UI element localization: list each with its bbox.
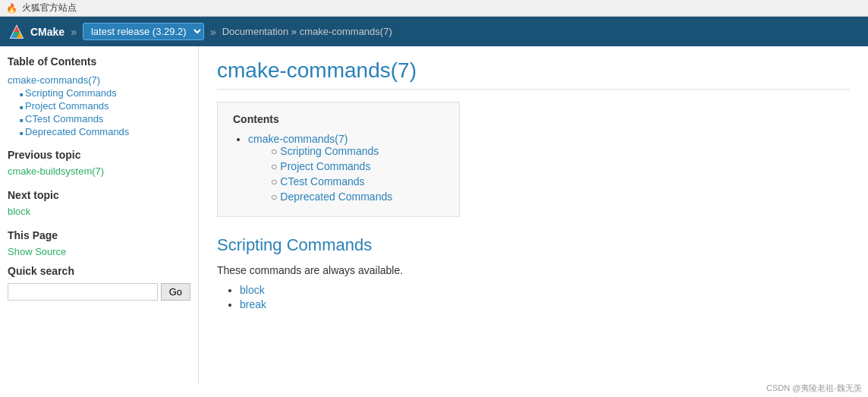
search-input[interactable] [8, 283, 158, 301]
breadcrumb: Documentation » cmake-commands(7) [222, 26, 392, 37]
quick-search-area: Quick search Go [8, 265, 190, 301]
main-layout: Table of Contents cmake-commands(7) Scri… [0, 46, 868, 384]
search-row: Go [8, 283, 190, 301]
cmake-label: CMake [30, 26, 64, 38]
contents-heading: Contents [233, 113, 444, 125]
toc-project-commands[interactable]: Project Commands [20, 99, 190, 112]
contents-sub-ctest: CTest Commands [271, 175, 444, 187]
cmd-break-link[interactable]: break [240, 298, 266, 310]
version-select[interactable]: latest release (3.29.2) [83, 23, 204, 40]
toc-deprecated-commands[interactable]: Deprecated Commands [20, 125, 190, 138]
contents-ctest-link[interactable]: CTest Commands [280, 175, 364, 187]
firefox-icon: 🔥 [6, 3, 17, 14]
show-source-link[interactable]: Show Source [8, 244, 190, 259]
toc-ctest-commands[interactable]: CTest Commands [20, 112, 190, 125]
watermark: CSDN @夷陵老祖-魏无羡 [766, 383, 862, 384]
nav-separator-1: » [71, 26, 77, 38]
cmd-block-link[interactable]: block [240, 284, 265, 296]
previous-topic-heading: Previous topic [8, 149, 190, 161]
title-bar: 🔥 火狐官方站点 [0, 0, 868, 17]
scripting-description: These commands are always available. [217, 264, 850, 276]
contents-sub-project: Project Commands [271, 160, 444, 172]
title-bar-text: 火狐官方站点 [22, 2, 77, 14]
cmake-logo-icon [9, 24, 24, 39]
contents-root-item: cmake-commands(7) Scripting Commands Pro… [248, 133, 444, 203]
cmd-break: break [240, 298, 850, 310]
previous-topic-link[interactable]: cmake-buildsystem(7) [8, 164, 190, 178]
scripting-heading: Scripting Commands [217, 235, 850, 255]
contents-sub-scripting: Scripting Commands [271, 145, 444, 157]
contents-box: Contents cmake-commands(7) Scripting Com… [217, 102, 460, 217]
nav-bar: CMake » latest release (3.29.2) » Docume… [0, 17, 868, 46]
content-area: cmake-commands(7) Contents cmake-command… [199, 46, 868, 384]
page-title: cmake-commands(7) [217, 58, 850, 90]
quick-search-heading: Quick search [8, 265, 190, 277]
toc-sub-items: Scripting Commands Project Commands CTes… [8, 87, 190, 138]
this-page-heading: This Page [8, 229, 190, 241]
contents-root-link[interactable]: cmake-commands(7) [248, 133, 348, 145]
contents-sub-list: Scripting Commands Project Commands CTes… [248, 145, 444, 203]
scripting-commands-list: block break [217, 284, 850, 310]
contents-root-list: cmake-commands(7) Scripting Commands Pro… [233, 133, 444, 203]
nav-separator-2: » [210, 26, 216, 38]
contents-scripting-link[interactable]: Scripting Commands [280, 145, 379, 157]
contents-deprecated-link[interactable]: Deprecated Commands [280, 191, 392, 203]
contents-project-link[interactable]: Project Commands [280, 160, 370, 172]
next-topic-link[interactable]: block [8, 204, 190, 219]
toc-root: cmake-commands(7) Scripting Commands Pro… [8, 74, 190, 138]
toc-heading: Table of Contents [8, 55, 190, 68]
toc-scripting-commands[interactable]: Scripting Commands [20, 87, 190, 99]
search-button[interactable]: Go [161, 283, 190, 301]
toc-root-link[interactable]: cmake-commands(7) [8, 74, 190, 87]
cmd-block: block [240, 284, 850, 296]
contents-sub-deprecated: Deprecated Commands [271, 191, 444, 203]
sidebar: Table of Contents cmake-commands(7) Scri… [0, 46, 199, 384]
next-topic-heading: Next topic [8, 189, 190, 201]
